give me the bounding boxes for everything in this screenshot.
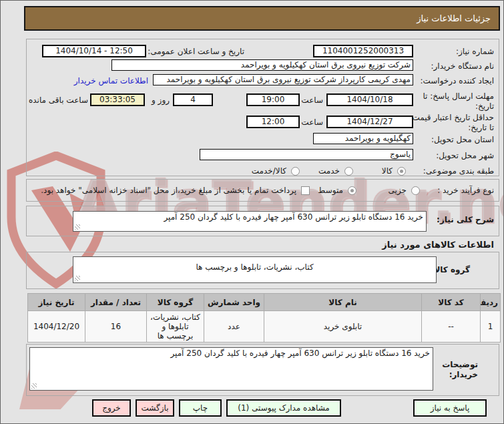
remaining-hours-label: ساعت باقی مانده <box>29 95 88 105</box>
cell-quantity: 16 <box>85 311 147 343</box>
buyer-org-field[interactable]: شرکت توزیع نیروی برق استان کهکیلویه و بو… <box>111 59 413 71</box>
days-remaining-field: 4 <box>173 93 213 106</box>
buyer-notes-textarea[interactable]: خرید 16 دستگاه تابلو زیر ترانس 630 آمپر … <box>29 347 433 391</box>
validity-hour-label: ساعت <box>301 118 323 127</box>
items-table-header-row: ردیف کد کالا نام کالا واحد شمارش گروه کا… <box>28 294 501 311</box>
radio-medium-label: متوسط <box>318 186 343 195</box>
col-row-number: ردیف <box>481 294 501 311</box>
price-validity-label: حداقل تاریخ اعتبار قیمت: تا تاریخ: <box>409 113 494 133</box>
cell-item-group: کتاب، نشریات، تابلوها و برچسب ها <box>147 311 204 343</box>
need-number-label: شماره نیاز: <box>456 47 494 56</box>
cell-unit: عدد <box>204 311 264 343</box>
buyer-contact-link[interactable]: اطلاعات تماس خریدار <box>74 76 148 85</box>
delivery-city-label: شهر محل تحویل: <box>436 151 494 160</box>
deadline-time-field[interactable]: 19:00 <box>246 93 300 106</box>
delivery-province-label: استان محل تحویل: <box>431 135 494 144</box>
cell-need-date: 1404/12/20 <box>28 311 85 343</box>
buyer-org-label: نام دستگاه خریدار: <box>431 61 495 71</box>
classification-label: طبقه بندی موضوعی: <box>423 166 494 176</box>
col-unit: واحد شمارش <box>204 294 264 311</box>
respond-to-need-button[interactable]: پاسخ به نیاز <box>413 399 487 417</box>
days-and-label: روز و <box>152 95 170 105</box>
radio-service-label: خدمت <box>318 166 340 176</box>
time-remaining-field: 03:33:05 <box>90 93 145 106</box>
col-need-date: تاریخ نیاز <box>28 294 85 311</box>
goods-section-heading: اطلاعات کالاهای مورد نیاز <box>382 240 494 250</box>
treasury-note-label: پرداخت تمام یا بخشی از مبلغ خرید،از محل … <box>41 186 296 195</box>
goods-group-label: گروه کالا: <box>431 265 470 274</box>
need-description-textarea[interactable]: خرید 16 دستگاه تابلو زیر ترانس 630 آمپر … <box>73 211 427 232</box>
need-number-field[interactable]: 1104001252000313 <box>313 45 413 57</box>
radio-service[interactable] <box>344 167 353 176</box>
radio-minor[interactable] <box>411 186 420 195</box>
radio-goods-label: کالا <box>382 166 393 176</box>
print-button[interactable]: چاپ <box>179 399 222 417</box>
cell-item-code: -- <box>422 311 481 343</box>
cell-item-name: تابلوی خرید <box>264 311 422 343</box>
col-item-name: نام کالا <box>264 294 422 311</box>
col-quantity: تعداد / مقدار <box>85 294 147 311</box>
announce-datetime-field[interactable]: 1404/10/14 - 12:50 <box>42 45 146 57</box>
cell-row-number: 1 <box>481 311 501 343</box>
deadline-date-field[interactable]: 1404/10/18 <box>326 93 413 106</box>
goods-group-field[interactable]: کتاب، نشریات، تابلوها و برچسب ها <box>73 256 437 283</box>
response-deadline-label: مهلت ارسال پاسخ: تا تاریخ: <box>413 91 494 112</box>
delivery-province-field[interactable]: کهگیلویه و بویراحمد <box>313 133 413 144</box>
delivery-city-field[interactable]: یاسوج <box>200 149 413 160</box>
radio-medium[interactable] <box>348 186 356 195</box>
need-description-label: شرح کلی نیاز: <box>437 215 494 224</box>
radio-goods[interactable] <box>397 167 406 176</box>
col-item-code: کد کالا <box>422 294 481 311</box>
back-button[interactable]: بازگشت <box>136 399 174 417</box>
radio-goods-service[interactable] <box>291 167 300 176</box>
validity-date-field[interactable]: 1404/12/27 <box>326 116 413 128</box>
request-creator-label: ایجاد کننده درخواست: <box>420 76 494 85</box>
deadline-hour-label: ساعت <box>301 95 323 105</box>
col-item-group: گروه کالا <box>147 294 204 311</box>
radio-goods-service-label: کالا/خدمت <box>252 166 286 176</box>
tender-detail-page: AriaTender.net جزئیات اطلاعات نیاز شماره… <box>0 0 504 424</box>
process-type-label: نوع فرآیند خرید : <box>437 186 494 195</box>
radio-minor-label: جزیی <box>389 186 407 195</box>
view-attached-docs-button[interactable]: مشاهده مدارک پیوستی (1) <box>226 399 341 417</box>
table-row: 1 -- تابلوی خرید عدد کتاب، نشریات، تابلو… <box>28 311 501 343</box>
buyer-notes-label: توضیحات خریدار: <box>430 360 478 380</box>
treasury-checkbox[interactable] <box>301 186 310 195</box>
page-title: جزئیات اطلاعات نیاز <box>417 13 491 23</box>
request-creator-field[interactable]: مهدی کریمی کارپرداز شرکت توزیع نیروی برق… <box>153 74 413 85</box>
window-title-bar: جزئیات اطلاعات نیاز <box>24 6 500 31</box>
validity-time-field[interactable]: 12:00 <box>246 116 300 128</box>
exit-button[interactable]: خروج <box>92 399 131 417</box>
items-table: ردیف کد کالا نام کالا واحد شمارش گروه کا… <box>27 293 501 343</box>
announce-datetime-label: تاریخ و ساعت اعلان عمومی: <box>148 47 244 56</box>
